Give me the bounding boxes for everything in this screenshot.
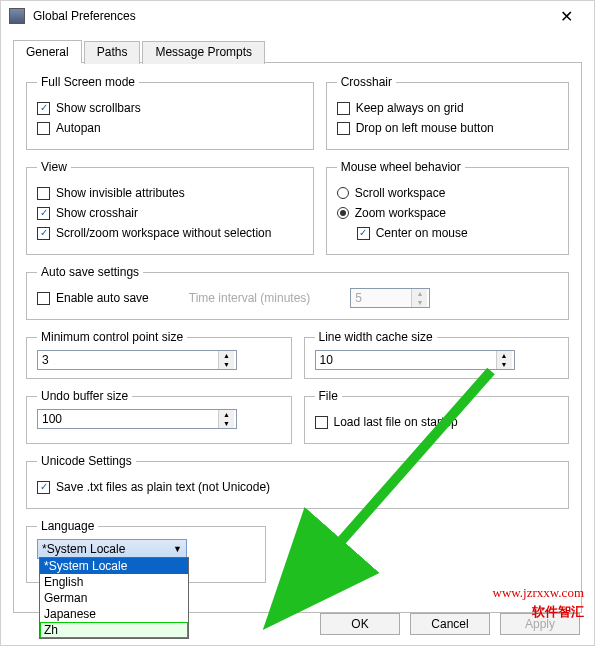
keep-on-grid-checkbox[interactable]: Keep always on grid: [337, 101, 558, 115]
undo-input[interactable]: [38, 410, 218, 428]
close-button[interactable]: ✕: [546, 7, 586, 26]
interval-spinner: ▲▼: [350, 288, 430, 308]
tab-paths[interactable]: Paths: [84, 41, 141, 64]
spin-down-icon[interactable]: ▼: [219, 419, 234, 428]
ok-button[interactable]: OK: [320, 613, 400, 635]
undo-spinner[interactable]: ▲▼: [37, 409, 237, 429]
language-option-zh[interactable]: Zh: [40, 622, 188, 638]
spin-up-icon[interactable]: ▲: [497, 351, 512, 360]
radio-icon: [337, 207, 349, 219]
checkbox-icon: [37, 481, 50, 494]
unicode-group: Unicode Settings Save .txt files as plai…: [26, 454, 569, 509]
linewidth-legend: Line width cache size: [315, 330, 437, 344]
dialog-title: Global Preferences: [33, 9, 546, 23]
dialog-body: General Paths Message Prompts Full Scree…: [1, 31, 594, 648]
watermark-text: 软件智汇: [532, 603, 584, 621]
fullscreen-legend: Full Screen mode: [37, 75, 139, 89]
tab-content: Full Screen mode Show scrollbars Autopan…: [13, 63, 582, 613]
scroll-without-selection-checkbox[interactable]: Scroll/zoom workspace without selection: [37, 226, 303, 240]
interval-label: Time interval (minutes): [189, 291, 311, 305]
language-option-japanese[interactable]: Japanese: [40, 606, 188, 622]
linewidth-spinner[interactable]: ▲▼: [315, 350, 515, 370]
enable-autosave-checkbox[interactable]: Enable auto save: [37, 291, 149, 305]
spin-up-icon[interactable]: ▲: [219, 351, 234, 360]
checkbox-icon: [37, 187, 50, 200]
minpt-spinner[interactable]: ▲▼: [37, 350, 237, 370]
crosshair-legend: Crosshair: [337, 75, 396, 89]
view-legend: View: [37, 160, 71, 174]
minpt-input[interactable]: [38, 351, 218, 369]
checkbox-icon: [337, 102, 350, 115]
app-icon: [9, 8, 25, 24]
cancel-button[interactable]: Cancel: [410, 613, 490, 635]
drop-lmb-checkbox[interactable]: Drop on left mouse button: [337, 121, 558, 135]
autosave-group: Auto save settings Enable auto save Time…: [26, 265, 569, 320]
save-plain-text-checkbox[interactable]: Save .txt files as plain text (not Unico…: [37, 480, 558, 494]
language-option-system[interactable]: *System Locale: [40, 558, 188, 574]
load-last-file-checkbox[interactable]: Load last file on startup: [315, 415, 559, 429]
language-dropdown[interactable]: *System Locale English German Japanese Z…: [39, 557, 189, 639]
show-crosshair-checkbox[interactable]: Show crosshair: [37, 206, 303, 220]
interval-input: [351, 289, 411, 307]
chevron-down-icon: ▼: [173, 544, 182, 554]
file-legend: File: [315, 389, 342, 403]
tab-bar: General Paths Message Prompts: [13, 39, 582, 63]
wheel-legend: Mouse wheel behavior: [337, 160, 465, 174]
language-option-german[interactable]: German: [40, 590, 188, 606]
crosshair-group: Crosshair Keep always on grid Drop on le…: [326, 75, 569, 150]
scroll-workspace-radio[interactable]: Scroll workspace: [337, 186, 558, 200]
center-on-mouse-checkbox[interactable]: Center on mouse: [357, 226, 558, 240]
checkbox-icon: [37, 207, 50, 220]
autopan-checkbox[interactable]: Autopan: [37, 121, 303, 135]
radio-icon: [337, 187, 349, 199]
title-bar: Global Preferences ✕: [1, 1, 594, 31]
language-legend: Language: [37, 519, 98, 533]
checkbox-icon: [337, 122, 350, 135]
fullscreen-group: Full Screen mode Show scrollbars Autopan: [26, 75, 314, 150]
language-selected: *System Locale: [42, 542, 125, 556]
language-combo[interactable]: *System Locale ▼: [37, 539, 187, 559]
checkbox-icon: [37, 102, 50, 115]
minpt-group: Minimum control point size ▲▼: [26, 330, 292, 379]
spin-down-icon[interactable]: ▼: [219, 360, 234, 369]
tab-prompts[interactable]: Message Prompts: [142, 41, 265, 64]
checkbox-icon: [37, 227, 50, 240]
undo-legend: Undo buffer size: [37, 389, 132, 403]
checkbox-icon: [315, 416, 328, 429]
autosave-legend: Auto save settings: [37, 265, 143, 279]
spin-down-icon: ▼: [412, 298, 427, 307]
linewidth-group: Line width cache size ▲▼: [304, 330, 570, 379]
language-option-english[interactable]: English: [40, 574, 188, 590]
show-invisible-checkbox[interactable]: Show invisible attributes: [37, 186, 303, 200]
wheel-group: Mouse wheel behavior Scroll workspace Zo…: [326, 160, 569, 255]
preferences-dialog: Global Preferences ✕ General Paths Messa…: [0, 0, 595, 646]
show-scrollbars-checkbox[interactable]: Show scrollbars: [37, 101, 303, 115]
spin-up-icon: ▲: [412, 289, 427, 298]
linewidth-input[interactable]: [316, 351, 496, 369]
view-group: View Show invisible attributes Show cros…: [26, 160, 314, 255]
unicode-legend: Unicode Settings: [37, 454, 136, 468]
file-group: File Load last file on startup: [304, 389, 570, 444]
checkbox-icon: [37, 292, 50, 305]
tab-general[interactable]: General: [13, 40, 82, 63]
watermark-url: www.jzrxxw.com: [493, 585, 584, 601]
spin-up-icon[interactable]: ▲: [219, 410, 234, 419]
checkbox-icon: [357, 227, 370, 240]
minpt-legend: Minimum control point size: [37, 330, 187, 344]
zoom-workspace-radio[interactable]: Zoom workspace: [337, 206, 558, 220]
spin-down-icon[interactable]: ▼: [497, 360, 512, 369]
undo-group: Undo buffer size ▲▼: [26, 389, 292, 444]
checkbox-icon: [37, 122, 50, 135]
